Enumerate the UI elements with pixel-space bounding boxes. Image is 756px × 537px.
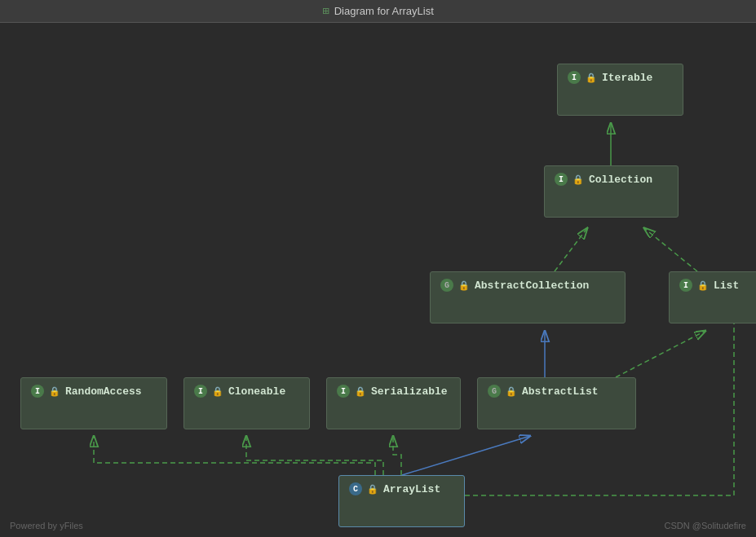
label-list: List xyxy=(714,280,739,292)
badge-abstractlist: G xyxy=(488,385,501,398)
lock-icon-arraylist: 🔒 xyxy=(367,484,378,495)
body-abstractlist xyxy=(488,398,626,422)
title-bar: ⊞ Diagram for ArrayList xyxy=(0,0,756,23)
body-iterable xyxy=(568,84,673,108)
diagram-canvas: I 🔒 Iterable I 🔒 Collection G 🔒 Abstract… xyxy=(0,23,756,537)
node-serializable[interactable]: I 🔒 Serializable xyxy=(326,377,461,429)
badge-list: I xyxy=(679,279,692,292)
label-randomaccess: RandomAccess xyxy=(65,385,142,398)
lock-icon-collection: 🔒 xyxy=(573,174,584,185)
diagram-icon: ⊞ xyxy=(322,4,329,18)
badge-cloneable: I xyxy=(194,385,207,398)
badge-serializable: I xyxy=(337,385,350,398)
body-abstractcollection xyxy=(440,292,615,316)
node-abstractlist[interactable]: G 🔒 AbstractList xyxy=(477,377,636,429)
badge-arraylist: C xyxy=(349,482,362,495)
badge-iterable: I xyxy=(568,71,581,84)
label-serializable: Serializable xyxy=(371,385,448,398)
body-arraylist xyxy=(349,495,454,520)
body-cloneable xyxy=(194,398,299,422)
lock-icon-abstractcollection: 🔒 xyxy=(458,280,470,291)
svg-line-5 xyxy=(644,228,697,271)
label-collection: Collection xyxy=(589,174,652,186)
footer-right: CSDN @Solitudefire xyxy=(665,521,746,530)
node-arraylist[interactable]: C 🔒 ArrayList xyxy=(338,475,465,527)
node-iterable[interactable]: I 🔒 Iterable xyxy=(557,64,683,116)
node-randomaccess[interactable]: I 🔒 RandomAccess xyxy=(20,377,167,429)
lock-icon-serializable: 🔒 xyxy=(355,386,366,397)
body-list xyxy=(679,292,756,316)
lock-icon-cloneable: 🔒 xyxy=(212,386,223,397)
title-text: Diagram for ArrayList xyxy=(334,5,434,17)
node-collection[interactable]: I 🔒 Collection xyxy=(544,165,679,218)
svg-line-7 xyxy=(616,331,705,377)
label-abstractcollection: AbstractCollection xyxy=(475,280,589,292)
label-arraylist: ArrayList xyxy=(383,483,440,495)
body-serializable xyxy=(337,398,450,422)
lock-icon-list: 🔒 xyxy=(697,280,709,291)
node-list[interactable]: I 🔒 List xyxy=(669,271,756,324)
svg-line-8 xyxy=(402,436,530,475)
svg-line-4 xyxy=(555,228,587,271)
label-iterable: Iterable xyxy=(602,72,652,84)
label-abstractlist: AbstractList xyxy=(522,385,599,398)
footer-left: Powered by yFiles xyxy=(10,521,83,530)
badge-collection: I xyxy=(555,173,568,186)
badge-abstractcollection: G xyxy=(440,279,453,292)
lock-icon-randomaccess: 🔒 xyxy=(49,386,60,397)
node-cloneable[interactable]: I 🔒 Cloneable xyxy=(183,377,310,429)
body-collection xyxy=(555,186,668,210)
badge-randomaccess: I xyxy=(31,385,44,398)
lock-icon-abstractlist: 🔒 xyxy=(506,386,517,397)
body-randomaccess xyxy=(31,398,157,422)
node-abstractcollection[interactable]: G 🔒 AbstractCollection xyxy=(430,271,626,324)
lock-icon-iterable: 🔒 xyxy=(586,73,597,83)
label-cloneable: Cloneable xyxy=(228,385,285,398)
